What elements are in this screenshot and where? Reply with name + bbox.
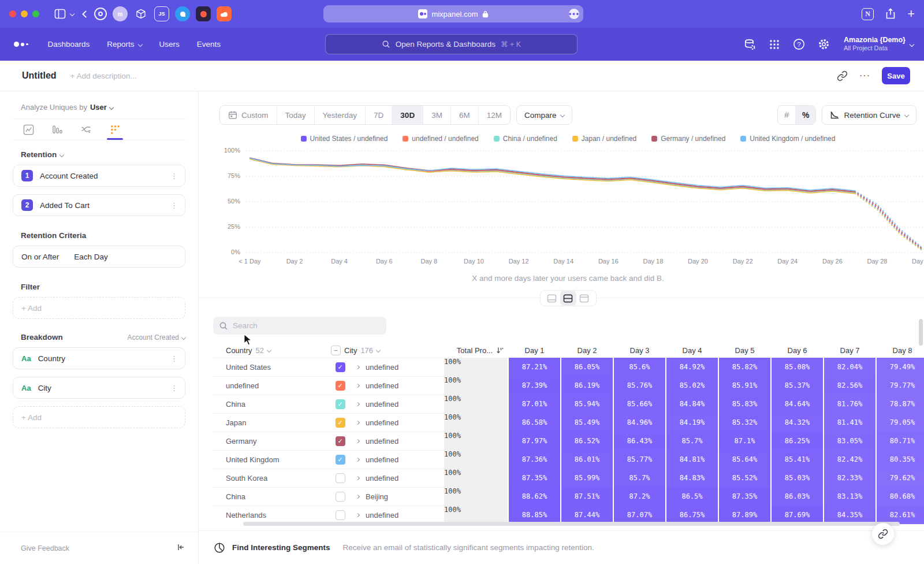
analyze-entity-dropdown[interactable]: User [90,103,107,112]
day-column-header[interactable]: Day 4 [666,346,718,355]
day-column-header[interactable]: Day 3 [614,346,665,355]
layout-chart-only-button[interactable] [544,291,560,306]
kebab-menu-icon[interactable]: ⋮ [170,201,178,210]
kebab-menu-icon[interactable]: ⋮ [170,172,178,180]
range-7d-button[interactable]: 7D [366,106,392,124]
day-column-header[interactable]: Day 7 [824,346,875,355]
compare-button[interactable]: Compare [516,105,573,125]
share-icon[interactable] [885,8,896,20]
legend-item[interactable]: China / undefined [494,135,557,143]
tab-retention[interactable] [107,124,122,140]
expand-row-icon[interactable] [355,513,359,517]
global-search[interactable]: Open Reports & Dashboards ⌘ + K [325,34,578,54]
close-window-button[interactable] [9,10,16,17]
day-column-header[interactable]: Day 2 [561,346,613,355]
expand-row-icon[interactable] [355,458,359,462]
expand-row-icon[interactable] [355,476,359,480]
nav-item-dashboards[interactable]: Dashboards [48,40,90,49]
tab-insights[interactable] [21,124,36,140]
extension-raindrop-icon[interactable] [196,6,211,21]
table-search-input[interactable] [233,321,371,330]
tab-overview-chevron-icon[interactable] [70,12,74,16]
sort-descending-icon[interactable] [496,346,504,354]
add-filter-button[interactable]: + Add [13,297,185,319]
country-column-header[interactable]: Country52 [213,346,330,355]
extension-soundcloud-icon[interactable] [217,6,232,21]
row-checkbox-checked[interactable]: ✓ [336,381,345,391]
browser-sidebar-icon[interactable] [54,9,66,19]
row-checkbox-checked[interactable]: ✓ [336,362,345,372]
vertical-scrollbar-thumb[interactable] [919,319,923,346]
layout-split-button[interactable] [560,291,576,306]
expand-row-icon[interactable] [355,421,359,425]
legend-item[interactable]: United Kingdom / undefined [740,135,835,143]
row-checkbox-unchecked[interactable] [336,473,345,483]
retention-step-card[interactable]: 2 Added To Cart ⋮ [13,194,185,216]
address-bar[interactable]: mixpanel.com ●●● [323,5,583,23]
retention-line-chart[interactable] [246,148,924,255]
retention-section-heading[interactable]: Retention [21,150,185,159]
day-column-header[interactable]: Day 5 [719,346,770,355]
row-checkbox-unchecked[interactable] [336,510,345,520]
copy-link-icon[interactable] [837,70,848,81]
report-description-placeholder[interactable]: + Add description... [70,72,137,80]
legend-item[interactable]: United States / undefined [301,135,388,143]
range-12m-button[interactable]: 12M [479,106,510,124]
day-column-header[interactable]: Day 1 [509,346,560,355]
tab-funnels[interactable] [50,124,65,140]
select-all-checkbox[interactable]: – [331,346,341,355]
collapse-sidebar-icon[interactable] [176,543,185,554]
total-column-header[interactable]: Total Pro... [444,346,508,355]
site-settings-icon[interactable]: ●●● [569,9,579,19]
expand-row-icon[interactable] [355,365,359,369]
nav-item-reports[interactable]: Reports [107,40,141,49]
extension-target-icon[interactable] [94,8,107,20]
criteria-interval-dropdown[interactable]: Each Day [74,253,108,261]
breakdown-item-country[interactable]: Aa Country ⋮ [13,347,185,369]
chart-type-dropdown[interactable]: Retention Curve [822,105,916,125]
horizontal-scrollbar-thumb[interactable] [243,522,900,526]
breakdown-event-dropdown[interactable]: Account Created [128,333,185,342]
minimize-window-button[interactable] [21,10,28,17]
city-column-header[interactable]: –City176 [331,346,443,355]
help-icon[interactable]: ? [793,38,805,50]
range-6m-button[interactable]: 6M [451,106,479,124]
back-icon[interactable] [83,12,88,17]
give-feedback-link[interactable]: Give Feedback [21,544,69,552]
tab-flows[interactable] [79,124,94,140]
kebab-menu-icon[interactable]: ⋮ [170,354,178,363]
settings-gear-icon[interactable] [818,38,830,50]
retention-step-card[interactable]: 1 Account Created ⋮ [13,165,185,187]
day-column-header[interactable]: Day 6 [772,346,823,355]
zoom-window-button[interactable] [32,10,39,17]
extension-m-icon[interactable]: m [113,6,128,21]
row-checkbox-checked[interactable]: ✓ [336,436,345,446]
row-checkbox-checked[interactable]: ✓ [336,418,345,428]
extension-bird-icon[interactable] [175,6,190,21]
legend-item[interactable]: undefined / undefined [403,135,478,143]
extension-js-icon[interactable]: JS [154,6,169,21]
notion-extension-icon[interactable]: N [862,8,874,20]
percent-format-button[interactable]: % [796,106,815,124]
data-management-icon[interactable] [743,38,756,51]
add-breakdown-button[interactable]: + Add [13,406,185,428]
breakdown-item-city[interactable]: Aa City ⋮ [13,377,185,399]
row-checkbox-unchecked[interactable] [336,492,345,502]
expand-row-icon[interactable] [355,402,359,406]
layout-table-only-button[interactable] [576,291,593,306]
mixpanel-logo-icon[interactable] [14,42,28,47]
more-actions-button[interactable]: ··· [859,70,870,81]
criteria-mode-dropdown[interactable]: On or After [21,253,59,261]
report-title[interactable]: Untitled [22,70,57,81]
apps-grid-icon[interactable] [769,39,780,50]
kebab-menu-icon[interactable]: ⋮ [170,384,178,392]
legend-item[interactable]: Germany / undefined [651,135,725,143]
nav-item-users[interactable]: Users [159,40,180,49]
row-checkbox-checked[interactable]: ✓ [336,399,345,409]
expand-row-icon[interactable] [355,495,359,499]
range-30d-button[interactable]: 30D [392,106,423,124]
expand-row-icon[interactable] [355,384,359,388]
table-search[interactable] [213,317,386,335]
range-today-button[interactable]: Today [277,106,315,124]
retention-criteria-card[interactable]: On or After Each Day [13,246,185,268]
